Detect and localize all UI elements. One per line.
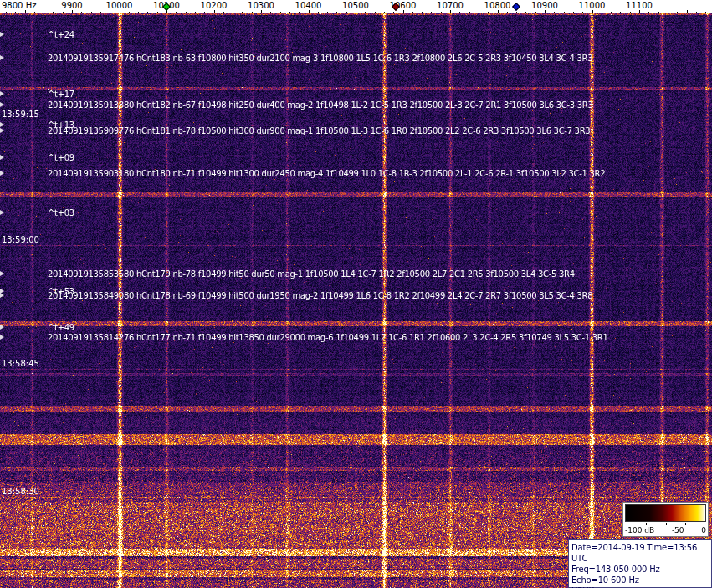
- freq-axis-tick: [507, 12, 508, 13]
- freq-axis-tick: [327, 12, 328, 13]
- freq-axis-label: 10800: [484, 1, 511, 10]
- freq-axis-tick: [611, 12, 612, 13]
- freq-axis-label: 10300: [248, 1, 274, 10]
- marker-blue-diamond-icon[interactable]: [512, 3, 520, 11]
- freq-axis-tick: [498, 10, 499, 13]
- freq-axis-tick: [564, 12, 565, 13]
- freq-axis-tick: [15, 12, 16, 13]
- freq-axis-label: 10500: [342, 1, 369, 10]
- freq-axis-tick: [72, 10, 73, 13]
- info-frequency: Freq=143 050 000 Hz: [571, 564, 709, 575]
- freq-axis-label: 9800 Hz: [2, 1, 36, 10]
- freq-axis-tick: [261, 10, 262, 13]
- freq-axis-tick: [459, 12, 460, 13]
- freq-axis-tick: [658, 12, 659, 13]
- freq-axis-tick: [242, 12, 243, 13]
- freq-axis-tick: [630, 12, 631, 13]
- freq-axis-tick: [450, 10, 451, 13]
- freq-axis-tick: [81, 12, 82, 13]
- freq-axis-tick: [696, 12, 697, 13]
- freq-axis-label: 10200: [201, 1, 228, 10]
- freq-axis-tick: [602, 12, 602, 13]
- freq-axis-tick: [582, 12, 583, 13]
- freq-axis-tick: [648, 12, 649, 13]
- freq-axis-tick: [639, 10, 640, 13]
- freq-axis-tick: [346, 12, 347, 13]
- freq-axis-tick: [6, 12, 7, 13]
- freq-axis-tick: [469, 12, 470, 13]
- freq-axis-tick: [186, 12, 187, 13]
- freq-axis-tick: [44, 12, 44, 13]
- freq-axis-tick: [204, 12, 205, 13]
- legend-label-mid: -50: [672, 525, 684, 535]
- freq-axis-tick: [147, 12, 148, 13]
- freq-axis-label: 10000: [106, 1, 133, 10]
- freq-axis-tick: [214, 10, 215, 13]
- freq-axis-tick: [53, 12, 54, 13]
- freq-axis-tick: [34, 12, 35, 13]
- freq-axis-tick: [554, 12, 555, 13]
- freq-axis-tick: [375, 12, 376, 13]
- freq-axis-tick: [431, 12, 432, 13]
- freq-axis-tick: [138, 12, 139, 13]
- freq-axis-label: 11000: [579, 1, 606, 10]
- freq-axis-tick: [403, 10, 404, 13]
- freq-axis-tick: [176, 12, 177, 13]
- freq-axis-tick: [299, 12, 300, 13]
- freq-axis-tick: [195, 12, 196, 13]
- freq-axis-tick: [393, 12, 394, 13]
- freq-axis-tick: [318, 12, 319, 13]
- freq-axis-tick: [120, 10, 120, 13]
- freq-axis-tick: [479, 12, 479, 13]
- color-scale-gradient: [625, 504, 706, 522]
- freq-axis-tick: [270, 12, 271, 13]
- freq-axis-tick: [668, 12, 668, 13]
- frequency-axis[interactable]: 9800 Hz990010000101001020010300104001050…: [0, 0, 712, 13]
- freq-axis-tick: [223, 12, 224, 13]
- freq-axis-tick: [592, 10, 593, 13]
- freq-axis-label: 10700: [437, 1, 464, 10]
- freq-axis-tick: [422, 12, 423, 13]
- freq-axis-tick: [252, 12, 253, 13]
- freq-axis-tick: [157, 12, 158, 13]
- status-info-box: Date=2014-09-19 Time=13:56 UTC Freq=143 …: [568, 539, 712, 588]
- info-date-time: Date=2014-09-19 Time=13:56 UTC: [571, 542, 709, 564]
- legend-label-max: 0: [701, 525, 706, 535]
- freq-axis-tick: [110, 12, 110, 13]
- freq-axis-tick: [384, 12, 385, 13]
- freq-axis-tick: [100, 12, 101, 13]
- legend-labels: -100 dB -50 0: [625, 525, 706, 535]
- freq-axis-tick: [129, 12, 130, 13]
- freq-axis-tick: [412, 12, 413, 13]
- freq-axis-tick: [63, 12, 64, 13]
- spectrogram-app: 9800 Hz990010000101001020010300104001050…: [0, 0, 712, 588]
- freq-axis-label: 10400: [295, 1, 322, 10]
- freq-axis-tick: [309, 10, 310, 13]
- freq-axis-tick: [336, 12, 337, 13]
- freq-axis-tick: [280, 12, 281, 13]
- freq-axis-tick: [25, 10, 26, 13]
- freq-axis-tick: [516, 12, 517, 13]
- freq-axis-tick: [573, 12, 574, 13]
- freq-axis-label: 11100: [626, 1, 653, 10]
- freq-axis-tick: [356, 10, 356, 13]
- freq-axis-tick: [535, 12, 536, 13]
- freq-axis-label: 10900: [531, 1, 558, 10]
- freq-axis-tick: [705, 12, 706, 13]
- waterfall-canvas[interactable]: [0, 13, 712, 588]
- freq-axis-tick: [620, 12, 621, 13]
- freq-axis-tick: [441, 12, 442, 13]
- freq-axis-tick: [289, 12, 290, 13]
- db-scale-legend: -100 dB -50 0: [622, 502, 709, 537]
- freq-axis-tick: [525, 12, 526, 13]
- freq-axis-tick: [545, 10, 546, 13]
- freq-axis-tick: [677, 12, 678, 13]
- freq-axis-tick: [687, 10, 688, 13]
- freq-axis-tick: [365, 12, 366, 13]
- freq-axis-label: 9900: [61, 1, 82, 10]
- freq-axis-tick: [488, 12, 489, 13]
- freq-axis-tick: [233, 12, 233, 13]
- freq-axis-tick: [91, 12, 92, 13]
- legend-label-min: -100 dB: [625, 525, 654, 535]
- info-echo: Echo=10 600 Hz: [571, 575, 709, 585]
